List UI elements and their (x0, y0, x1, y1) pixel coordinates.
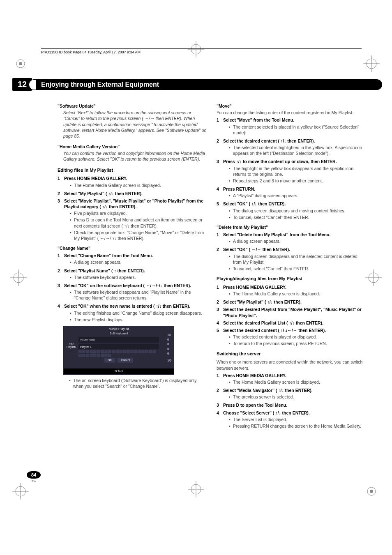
ui-shot-ok-button: OK (104, 358, 115, 362)
step-text: Select "Media Navigator" ( ↑/↓ then ENTE… (223, 387, 366, 393)
step: 2Select "Playlist Name" ( ↑ then ENTER). (58, 268, 207, 274)
step-text: Press ↑/↓ to move the content up or down… (223, 159, 366, 164)
step-text: Select the desired Playlist from "Movie … (223, 306, 366, 318)
step-text: Select the desired Playlist List ( ↑/↓ t… (223, 320, 366, 326)
step-text: Select "My Playlist" ( ↑/↓ then ENTER). (223, 299, 366, 305)
registration-mark-icon (188, 481, 204, 497)
step: 3Press ↑/↓ to move the content up or dow… (217, 159, 366, 164)
step-text: Select "Movie Playlist", "Music Playlist… (64, 198, 207, 210)
sub-bullet: The selected content is played or displa… (229, 334, 366, 340)
step: 2Select "Media Navigator" ( ↑/↓ then ENT… (217, 387, 366, 393)
section-playing-title: Playing/displaying files from My Playlis… (217, 276, 366, 282)
step: 2Select "OK" ( ←/→ then ENTER). (217, 246, 366, 252)
sub-bullet: To return to the previous screen, press … (229, 341, 366, 346)
section-switching-title: Switching the server (217, 351, 366, 357)
step: 1Press HOME MEDIA GALLERY. (217, 284, 366, 290)
ui-shot-footer: D Tool (64, 368, 174, 374)
step: 2Select the desired content ( ↑/↓ then E… (217, 138, 366, 144)
body-hmg-version: You can confirm the version and copyrigh… (58, 150, 207, 162)
sub-bullet: The content selected is placed in a yell… (229, 124, 366, 136)
step: 3Select "Movie Playlist", "Music Playlis… (58, 198, 207, 210)
step: 2Select "My Playlist" ( ↑/↓ then ENTER). (217, 299, 366, 305)
step-text: Press D to open the Tool Menu. (223, 402, 366, 408)
sub-bullet: A dialog screen appears. (70, 259, 207, 265)
step: 1Select "Change Name" from the Tool Menu… (58, 253, 207, 258)
step: 4Choose "Select Server" ( ↑/↓ then ENTER… (217, 410, 366, 416)
ui-shot-panel: Playlist Name (78, 337, 159, 343)
step-text: Select "My Playlist" ( ↑/↓ then ENTER). (64, 191, 207, 196)
step-text: Press HOME MEDIA GALLERY. (64, 175, 207, 181)
ui-shot-value: Playlist 1 (78, 344, 159, 349)
step: 1Press HOME MEDIA GALLERY. (217, 373, 366, 378)
step-text: Select the desired content ( ↑/↓ then EN… (223, 138, 366, 144)
ui-shot-subtitle: Soft Keyboard (64, 332, 174, 335)
sub-bullet: The dialog screen disappears and moving … (229, 208, 366, 214)
sub-bullet: The new Playlist displays. (70, 317, 207, 322)
sub-bullet: The editing finishes and "Change Name" d… (70, 310, 207, 316)
step-text: Select "Move" from the Tool Menu. (223, 117, 366, 123)
ui-shot-panel-label: Playlist Name (80, 338, 95, 341)
body-software-update: Select "Next" to follow the procedure on… (58, 110, 207, 139)
sub-bullet: The selected content is highlighted in t… (229, 145, 366, 156)
sub-bullet: The Home Media Gallery screen is display… (229, 379, 366, 385)
sub-bullet: Five playlists are displayed. (70, 210, 207, 216)
step-text: Select "OK" on the software keyboard ( ←… (64, 283, 207, 288)
step: 5Select "OK" ( ↑/↓ then ENTER). (217, 201, 366, 207)
move-intro: You can change the listing order of the … (217, 110, 366, 115)
step: 3Press D to open the Tool Menu. (217, 402, 366, 408)
page-number-badge: 84 En (25, 471, 43, 483)
step: 1Press HOME MEDIA GALLERY. (58, 175, 207, 181)
registration-mark-icon (12, 483, 29, 500)
sub-bullet: Check the appropriate box: "Change Name"… (70, 230, 207, 241)
heading-hmg-version: "Home Media Gallery Version" (58, 144, 207, 150)
ui-shot-keyboard (78, 350, 159, 357)
step: 3Select "OK" on the software keyboard ( … (58, 283, 207, 288)
sub-bullet: The software keyboard disappears and "Pl… (70, 289, 207, 301)
registration-mark-icon (365, 269, 382, 286)
chapter-title: Enjoying through External Equipment (35, 79, 382, 90)
topline: PRO1150HD.book Page 84 Tuesday, April 17… (41, 48, 362, 54)
step: 2Select "My Playlist" ( ↑/↓ then ENTER). (58, 191, 207, 196)
sub-bullet: To cancel, select "Cancel" then ENTER. (229, 214, 366, 220)
soft-keyboard-screenshot: Movie Playlist Soft Keyboard Title Playl… (63, 326, 174, 375)
step: 1Select "Move" from the Tool Menu. (217, 117, 366, 123)
sub-bullet: The Server List is displayed. (229, 417, 366, 422)
registration-mark-icon (12, 55, 29, 72)
sub-bullet: A "Playlist" dialog screen appears. (229, 193, 366, 198)
ui-shot-title: Movie Playlist (64, 326, 174, 332)
svg-point-9 (370, 490, 373, 493)
step-text: Select the desired content ( ↑/↓/←/→ the… (223, 327, 366, 333)
registration-mark-icon (363, 483, 380, 500)
right-column: "Move" You can change the listing order … (217, 101, 366, 431)
left-column: "Software Update" Select "Next" to follo… (58, 101, 207, 431)
svg-point-1 (19, 62, 22, 65)
step: 4Press RETURN. (217, 186, 366, 192)
sub-bullet: The highlight in the yellow box disappea… (229, 166, 366, 177)
registration-mark-icon (10, 269, 27, 286)
section-editing-title: Editing files in My Playlist (58, 167, 207, 173)
step: 3Select the desired Playlist from "Movie… (217, 306, 366, 318)
step: 1Select "Delete from My Playlist" from t… (217, 232, 366, 237)
heading-move: "Move" (217, 103, 366, 109)
step-text: Select "Change Name" from the Tool Menu. (64, 253, 207, 258)
step: 4Select "OK" when the new name is entere… (58, 303, 207, 309)
sub-bullet: Press D to open the Tool Menu and select… (70, 217, 207, 228)
sub-bullet: The Home Media Gallery screen is display… (70, 182, 207, 188)
sub-bullet: The dialog screen disappears and the sel… (229, 253, 366, 265)
heading-delete: "Delete from My Playlist" (217, 224, 366, 230)
step-text: Select "Playlist Name" ( ↑ then ENTER). (64, 268, 207, 274)
heading-change-name: "Change Name" (58, 245, 207, 251)
sub-bullet: A dialog screen appears. (229, 238, 366, 244)
sub-bullet: The previous server is selected. (229, 394, 366, 400)
step-text: Press HOME MEDIA GALLERY. (223, 284, 366, 290)
step-text: Choose "Select Server" ( ↑/↓ then ENTER)… (223, 410, 366, 416)
registration-mark-icon (363, 55, 380, 72)
page-number: 84 (27, 471, 41, 479)
sub-bullet: The software keyboard appears. (70, 274, 207, 280)
sub-bullet: The Home Media Gallery screen is display… (229, 291, 366, 297)
note-after-shot: The on-screen keyboard ("Software Keyboa… (69, 378, 207, 389)
step: 4Select the desired Playlist List ( ↑/↓ … (217, 320, 366, 326)
ui-shot-cancel-button: Cancel (118, 358, 133, 362)
step-text: Press RETURN. (223, 186, 366, 192)
page-lang: En (32, 479, 36, 483)
